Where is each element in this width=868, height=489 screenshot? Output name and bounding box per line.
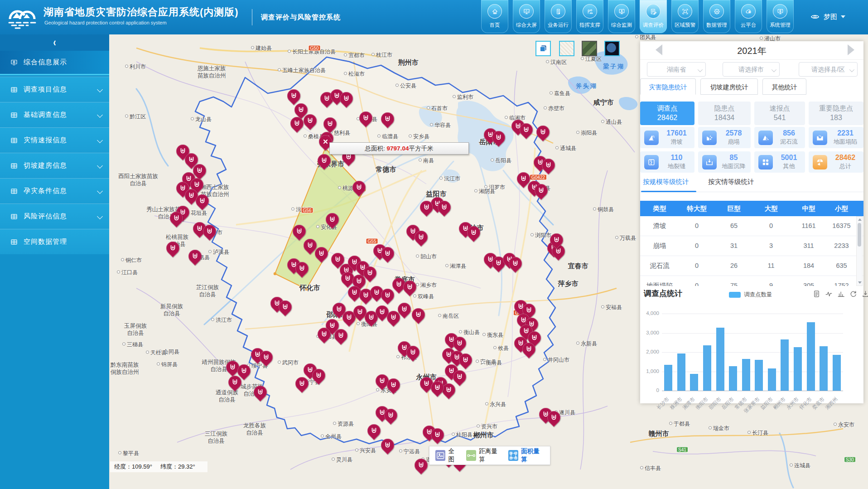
bar-娄底市[interactable] (820, 346, 828, 391)
sidebar-item-切坡建房信息[interactable]: 切坡建房信息 (0, 153, 109, 178)
globe-basemap-button[interactable] (604, 41, 620, 56)
table-icon (10, 187, 18, 195)
user-menu[interactable]: 梦图 (810, 12, 845, 22)
bar-邵阳市[interactable] (716, 328, 724, 391)
bar-怀化市[interactable] (807, 322, 815, 391)
command-icon (586, 8, 594, 15)
bar-株洲市[interactable] (677, 353, 685, 391)
bar-常德市[interactable] (742, 359, 750, 391)
chart-toolbar (809, 290, 868, 300)
sidebar-item-空间数据管理[interactable]: 空间数据管理 (0, 229, 109, 254)
bar-长沙市[interactable] (664, 365, 672, 391)
nav-label: 首页 (481, 22, 508, 29)
subtab-按规模等级统计[interactable]: 按规模等级统计 (643, 178, 689, 186)
column-header: 巨型 (714, 201, 753, 216)
chart-tool-refresh-icon[interactable] (845, 290, 858, 300)
latitude-value: 纬度：29.32° (160, 463, 195, 470)
sidebar-item-灾情速报信息[interactable]: 灾情速报信息 (0, 127, 109, 153)
stat-card-调查点[interactable]: 调查点28462 (640, 102, 694, 125)
tab-切坡建房统计[interactable]: 切坡建房统计 (700, 78, 758, 95)
nav-item-region[interactable]: 区域预警 (671, 0, 699, 33)
map-tool-area[interactable]: 面积量算 (508, 447, 544, 464)
sidebar-item-孕灾条件信息[interactable]: 孕灾条件信息 (0, 178, 109, 203)
sidebar-item-基础调查信息[interactable]: 基础调查信息 (0, 102, 109, 127)
grid-icon (758, 155, 773, 169)
home-icon (491, 8, 499, 15)
table-cell: 16375 (829, 216, 854, 236)
chart-tool-pulse-icon[interactable] (821, 290, 833, 300)
sidebar-collapse-button[interactable]: ‹ (0, 34, 109, 51)
system-label: 调查评价与风险管控系统 (261, 13, 341, 22)
app-title: 湖南省地质灾害防治综合应用系统(内测版) (43, 5, 239, 19)
stat-card-速报点[interactable]: 速报点541 (754, 102, 805, 125)
subtab-active-underline (641, 191, 696, 192)
nav-item-home[interactable]: 首页 (481, 0, 508, 33)
stat-card-value: 18434 (698, 114, 751, 122)
map-tool-label: 距离量算 (479, 447, 502, 464)
nav-label: 云平台 (735, 22, 762, 29)
province-select[interactable]: 湖南省 (647, 62, 706, 77)
table-row[interactable]: 泥石流02611184635 (640, 256, 863, 276)
table-row[interactable]: 崩塌03133112233 (640, 236, 863, 256)
city-select[interactable]: 请选择市 (723, 62, 780, 77)
nav-label: 系统管理 (767, 22, 794, 29)
stat-card-重要隐患点[interactable]: 重要隐患点183 (809, 102, 863, 125)
sidebar-item-综合信息展示[interactable]: 综合信息展示 (0, 51, 109, 75)
tab-其他统计[interactable]: 其他统计 (762, 78, 806, 95)
table-cell: 75 (714, 276, 753, 286)
chart-tool-file-icon[interactable] (809, 290, 821, 300)
chart-tool-bars-icon[interactable] (833, 290, 845, 300)
statistics-panel: 2021年 湖南省请选择市请选择县/区 灾害隐患统计切坡建房统计其他统计 调查点… (640, 41, 863, 403)
table-cell: 31 (714, 236, 753, 256)
nav-item-system[interactable]: 系统管理 (767, 0, 794, 33)
stat-card-隐患点[interactable]: 隐患点18434 (698, 102, 751, 125)
stat-card-label: 速报点 (754, 104, 805, 113)
table-row[interactable]: 地面塌陷07593051752 (640, 276, 863, 286)
nav-item-screen[interactable]: 综合大屏 (513, 0, 540, 33)
bar-衡阳市[interactable] (703, 345, 711, 391)
sinkhole-icon (813, 131, 827, 145)
region-icon (678, 4, 692, 19)
panel-icon (10, 58, 18, 67)
nav-item-cloud[interactable]: 云平台 (735, 0, 762, 33)
nav-item-command[interactable]: 指挥支撑 (576, 0, 603, 33)
crack-icon (644, 155, 659, 169)
street-basemap-button[interactable] (559, 41, 574, 56)
nav-item-data[interactable]: 数据管理 (703, 0, 730, 33)
bar-益阳市[interactable] (768, 368, 776, 391)
chart-tool-download-icon[interactable] (858, 290, 868, 300)
gridline (662, 333, 843, 334)
subside-icon (702, 155, 717, 169)
tab-灾害隐患统计[interactable]: 灾害隐患统计 (640, 78, 696, 95)
subtab-按灾情等级统计[interactable]: 按灾情等级统计 (708, 178, 754, 186)
table-row[interactable]: 滑坡0650116116375 (640, 216, 863, 236)
cloud-icon (745, 8, 752, 15)
landslide-icon (644, 131, 659, 145)
nav-item-monitor[interactable]: 综合监测 (608, 0, 635, 33)
longitude-value: 经度：109.59° (114, 463, 152, 470)
table-scrollbar[interactable] (856, 216, 863, 286)
bar-湘西州[interactable] (833, 355, 841, 391)
bar-湘潭市[interactable] (690, 374, 698, 391)
next-year-button[interactable] (848, 44, 854, 55)
sidebar-item-风险评估信息[interactable]: 风险评估信息 (0, 203, 109, 229)
nav-item-survey[interactable]: 调查评价 (640, 0, 667, 33)
survey-icon (650, 8, 657, 15)
cursor-coordinates: 经度：109.59°纬度：29.32° (110, 461, 207, 472)
hazard-stat-label: 总计 (827, 162, 863, 170)
layer-switcher-button[interactable] (535, 41, 551, 56)
map-tool-distance[interactable]: 距离量算 (466, 447, 502, 464)
bar-永州市[interactable] (794, 347, 802, 391)
bar-郴州市[interactable] (781, 339, 789, 391)
bar-张家界市[interactable] (755, 360, 763, 391)
sidebar-item-调查项目信息[interactable]: 调查项目信息 (0, 77, 109, 102)
map-tool-overview[interactable]: 全图 (435, 447, 460, 464)
satellite-basemap-button[interactable] (582, 41, 597, 56)
hazard-stat-泥石流: 856泥石流 (754, 127, 805, 148)
nav-item-building[interactable]: 业务运行 (545, 0, 572, 33)
county-select[interactable]: 请选择县/区 (799, 62, 858, 77)
y-tick-label: 4,000 (640, 310, 659, 316)
bar-岳阳市[interactable] (729, 366, 737, 391)
gridline (662, 314, 843, 314)
survey-icon (646, 4, 661, 19)
